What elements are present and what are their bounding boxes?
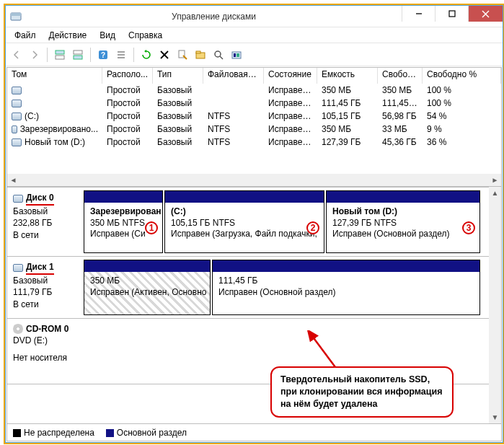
find-button[interactable]	[211, 47, 226, 63]
partition[interactable]: (C:)105,15 ГБ NTFSИсправен (Загрузка, Фа…	[164, 190, 324, 253]
col-state[interactable]: Состояние	[264, 68, 317, 84]
svg-rect-1	[11, 13, 21, 16]
close-button[interactable]	[468, 6, 503, 22]
toolbar: ?	[6, 43, 503, 66]
volume-icon	[12, 125, 17, 133]
svg-rect-8	[74, 50, 82, 54]
scroll-right-icon[interactable]: ►	[489, 174, 501, 186]
scroll-left-icon[interactable]: ◄	[7, 174, 19, 186]
forward-button	[27, 47, 43, 63]
volume-icon	[12, 138, 22, 146]
svg-rect-7	[56, 56, 64, 59]
titlebar: Управление дисками	[6, 6, 503, 27]
back-button	[9, 47, 25, 63]
menu-file[interactable]: Файл	[9, 29, 42, 42]
col-volume[interactable]: Том	[7, 68, 102, 84]
svg-text:?: ?	[101, 51, 105, 59]
table-row[interactable]: ПростойБазовыйИсправен...111,45 ГБ111,45…	[7, 97, 501, 110]
annotation-badge: 1	[145, 221, 158, 234]
volume-icon	[12, 100, 22, 107]
partition[interactable]: Новый том (D:)127,39 ГБ NTFSИсправен (Ос…	[326, 190, 480, 253]
scroll-up-icon[interactable]: ▲	[489, 187, 501, 199]
svg-rect-19	[196, 51, 200, 53]
col-layout[interactable]: Располо...	[102, 68, 153, 84]
menu-bar: Файл Действие Вид Справка	[6, 27, 503, 43]
maximize-button[interactable]	[435, 6, 468, 22]
vertical-scrollbar[interactable]: ▲ ▼	[489, 187, 501, 423]
table-row[interactable]: Зарезервировано...ПростойБазовыйNTFSИспр…	[7, 123, 501, 136]
delete-button[interactable]	[156, 47, 172, 63]
col-type[interactable]: Тип	[153, 68, 203, 84]
volume-table: Том Располо... Тип Файловая с... Состоян…	[7, 68, 501, 174]
annotation-badge: 2	[306, 221, 319, 234]
svg-rect-6	[56, 50, 64, 54]
svg-rect-9	[74, 56, 82, 59]
menu-view[interactable]: Вид	[94, 29, 121, 42]
app-icon	[10, 11, 22, 22]
svg-rect-24	[236, 53, 239, 57]
new-button[interactable]	[193, 47, 208, 63]
table-row[interactable]: Новый том (D:)ПростойБазовыйNTFSИсправен…	[7, 136, 501, 149]
horizontal-scrollbar[interactable]: ◄ ►	[7, 174, 501, 186]
view-top-button[interactable]	[52, 47, 68, 63]
partition[interactable]: Зарезервирован350 МБ NTFSИсправен (Си1	[84, 190, 163, 253]
partition[interactable]: 350 МБИсправен (Активен, Основно	[84, 260, 211, 315]
legend: Не распределена Основной раздел	[7, 423, 501, 441]
menu-help[interactable]: Справка	[123, 29, 168, 42]
window-title: Управление дисками	[26, 12, 402, 22]
col-capacity[interactable]: Емкость	[317, 68, 378, 84]
scroll-down-icon[interactable]: ▼	[489, 411, 501, 423]
disk-0-row[interactable]: Диск 0 Базовый 232,88 ГБ В сети Зарезерв…	[7, 187, 489, 256]
disk-0-info: Диск 0 Базовый 232,88 ГБ В сети	[7, 188, 84, 256]
help-button[interactable]: ?	[95, 47, 111, 63]
svg-point-20	[215, 51, 221, 57]
list-button[interactable]	[113, 47, 129, 63]
volume-icon	[12, 87, 22, 94]
col-fs[interactable]: Файловая с...	[203, 68, 264, 84]
partition[interactable]: 111,45 ГБИсправен (Основной раздел)	[212, 260, 480, 315]
svg-rect-3	[449, 11, 455, 17]
cdrom-label: CD-ROM 0	[26, 323, 68, 335]
cdrom-icon	[13, 324, 23, 334]
properties-button[interactable]	[174, 47, 190, 63]
legend-unallocated-swatch	[13, 429, 21, 437]
disk-1-info: Диск 1 Базовый 111,79 ГБ В сети	[7, 257, 84, 318]
disk-1-row[interactable]: Диск 1 Базовый 111,79 ГБ В сети 350 МБИс…	[7, 256, 489, 318]
disk-1-label: Диск 1	[26, 261, 54, 275]
cdrom-info: CD-ROM 0 DVD (E:) Нет носителя	[7, 319, 84, 384]
disk-0-label: Диск 0	[26, 192, 54, 206]
minimize-button[interactable]	[402, 6, 435, 22]
col-free[interactable]: Свобод...	[378, 68, 423, 84]
menu-action[interactable]: Действие	[43, 29, 93, 42]
svg-line-21	[220, 56, 223, 59]
col-freepct[interactable]: Свободно %	[423, 68, 501, 84]
table-row[interactable]: ПростойБазовыйИсправен...350 МБ350 МБ100…	[7, 84, 501, 97]
annotation-callout: Твердотельный накопитель SSD, при клонир…	[270, 366, 454, 418]
svg-rect-23	[234, 53, 236, 57]
legend-primary-swatch	[106, 429, 114, 437]
table-row[interactable]: (C:)ПростойБазовыйNTFSИсправен...105,15 …	[7, 110, 501, 123]
refresh-button[interactable]	[138, 47, 154, 63]
disk-icon	[13, 195, 23, 203]
volume-icon	[12, 113, 22, 120]
view-bottom-button[interactable]	[70, 47, 86, 63]
table-header: Том Располо... Тип Файловая с... Состоян…	[7, 68, 501, 84]
disk-icon	[13, 264, 23, 272]
annotation-badge: 3	[462, 221, 475, 234]
settings-button[interactable]	[229, 47, 244, 63]
